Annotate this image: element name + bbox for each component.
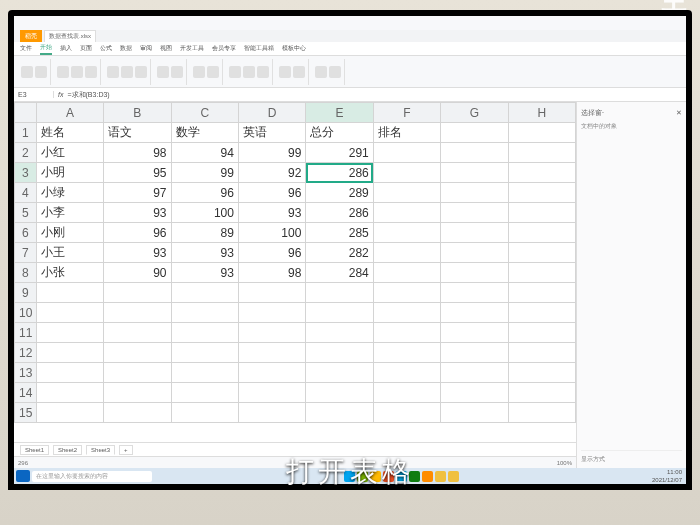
format-icon[interactable] bbox=[293, 66, 305, 78]
cell-B2[interactable]: 98 bbox=[104, 143, 171, 163]
cell-D3[interactable]: 92 bbox=[238, 163, 305, 183]
cell-A14[interactable] bbox=[36, 383, 103, 403]
ribbon-tab-review[interactable]: 审阅 bbox=[140, 44, 152, 53]
cell-G10[interactable] bbox=[441, 303, 508, 323]
cell-D11[interactable] bbox=[238, 323, 305, 343]
cell-D2[interactable]: 99 bbox=[238, 143, 305, 163]
cell-D7[interactable]: 96 bbox=[238, 243, 305, 263]
cell-G9[interactable] bbox=[441, 283, 508, 303]
cell-A15[interactable] bbox=[36, 403, 103, 423]
cell-H9[interactable] bbox=[508, 283, 575, 303]
ribbon-tab-formula[interactable]: 公式 bbox=[100, 44, 112, 53]
name-box[interactable]: E3 bbox=[14, 91, 54, 98]
cell-F7[interactable] bbox=[373, 243, 440, 263]
cell-B13[interactable] bbox=[104, 363, 171, 383]
cell-B1[interactable]: 语文 bbox=[104, 123, 171, 143]
sort-icon[interactable] bbox=[257, 66, 269, 78]
cell-G14[interactable] bbox=[441, 383, 508, 403]
row-header-15[interactable]: 15 bbox=[15, 403, 37, 423]
file-tab[interactable]: 稻壳 bbox=[20, 30, 42, 42]
cell-A11[interactable] bbox=[36, 323, 103, 343]
col-header-E[interactable]: E bbox=[306, 103, 373, 123]
row-header-9[interactable]: 9 bbox=[15, 283, 37, 303]
align-left-icon[interactable] bbox=[107, 66, 119, 78]
ribbon-tab-insert[interactable]: 插入 bbox=[60, 44, 72, 53]
cell-G4[interactable] bbox=[441, 183, 508, 203]
ribbon-tab-data[interactable]: 数据 bbox=[120, 44, 132, 53]
cell-B6[interactable]: 96 bbox=[104, 223, 171, 243]
col-header-D[interactable]: D bbox=[238, 103, 305, 123]
cell-B10[interactable] bbox=[104, 303, 171, 323]
row-header-11[interactable]: 11 bbox=[15, 323, 37, 343]
cell-C1[interactable]: 数学 bbox=[171, 123, 238, 143]
align-right-icon[interactable] bbox=[135, 66, 147, 78]
cell-E2[interactable]: 291 bbox=[306, 143, 373, 163]
cell-A9[interactable] bbox=[36, 283, 103, 303]
cell-A7[interactable]: 小王 bbox=[36, 243, 103, 263]
cell-A5[interactable]: 小李 bbox=[36, 203, 103, 223]
ribbon-tab-member[interactable]: 会员专享 bbox=[212, 44, 236, 53]
cell-G1[interactable] bbox=[441, 123, 508, 143]
cell-F9[interactable] bbox=[373, 283, 440, 303]
cell-C15[interactable] bbox=[171, 403, 238, 423]
cell-A2[interactable]: 小红 bbox=[36, 143, 103, 163]
cell-G6[interactable] bbox=[441, 223, 508, 243]
cell-F3[interactable] bbox=[373, 163, 440, 183]
cell-A3[interactable]: 小明 bbox=[36, 163, 103, 183]
cell-C14[interactable] bbox=[171, 383, 238, 403]
cell-F10[interactable] bbox=[373, 303, 440, 323]
row-header-8[interactable]: 8 bbox=[15, 263, 37, 283]
cell-E14[interactable] bbox=[306, 383, 373, 403]
cell-E6[interactable]: 285 bbox=[306, 223, 373, 243]
cell-E12[interactable] bbox=[306, 343, 373, 363]
cell-D9[interactable] bbox=[238, 283, 305, 303]
row-header-6[interactable]: 6 bbox=[15, 223, 37, 243]
cell-E3[interactable]: 286 bbox=[306, 163, 373, 183]
ribbon-tab-home[interactable]: 开始 bbox=[40, 43, 52, 55]
cell-H4[interactable] bbox=[508, 183, 575, 203]
cell-F6[interactable] bbox=[373, 223, 440, 243]
cell-A13[interactable] bbox=[36, 363, 103, 383]
cell-B8[interactable]: 90 bbox=[104, 263, 171, 283]
freeze-icon[interactable] bbox=[315, 66, 327, 78]
cell-B9[interactable] bbox=[104, 283, 171, 303]
cell-B11[interactable] bbox=[104, 323, 171, 343]
row-header-14[interactable]: 14 bbox=[15, 383, 37, 403]
cell-F14[interactable] bbox=[373, 383, 440, 403]
row-header-12[interactable]: 12 bbox=[15, 343, 37, 363]
cell-G8[interactable] bbox=[441, 263, 508, 283]
cell-E9[interactable] bbox=[306, 283, 373, 303]
cell-C3[interactable]: 99 bbox=[171, 163, 238, 183]
cell-A12[interactable] bbox=[36, 343, 103, 363]
col-header-G[interactable]: G bbox=[441, 103, 508, 123]
number-format-icon[interactable] bbox=[193, 66, 205, 78]
cell-E7[interactable]: 282 bbox=[306, 243, 373, 263]
cell-B7[interactable]: 93 bbox=[104, 243, 171, 263]
row-header-5[interactable]: 5 bbox=[15, 203, 37, 223]
cell-C10[interactable] bbox=[171, 303, 238, 323]
cell-B5[interactable]: 93 bbox=[104, 203, 171, 223]
cell-E4[interactable]: 289 bbox=[306, 183, 373, 203]
cell-H6[interactable] bbox=[508, 223, 575, 243]
cell-G7[interactable] bbox=[441, 243, 508, 263]
cell-E11[interactable] bbox=[306, 323, 373, 343]
cell-G3[interactable] bbox=[441, 163, 508, 183]
row-header-2[interactable]: 2 bbox=[15, 143, 37, 163]
cell-H10[interactable] bbox=[508, 303, 575, 323]
cell-G13[interactable] bbox=[441, 363, 508, 383]
row-header-4[interactable]: 4 bbox=[15, 183, 37, 203]
ribbon-tab-smart[interactable]: 智能工具箱 bbox=[244, 44, 274, 53]
cell-F12[interactable] bbox=[373, 343, 440, 363]
close-icon[interactable]: ✕ bbox=[676, 109, 682, 117]
cell-H14[interactable] bbox=[508, 383, 575, 403]
cell-H13[interactable] bbox=[508, 363, 575, 383]
cell-D14[interactable] bbox=[238, 383, 305, 403]
cell-F8[interactable] bbox=[373, 263, 440, 283]
filter-icon[interactable] bbox=[243, 66, 255, 78]
row-header-13[interactable]: 13 bbox=[15, 363, 37, 383]
cell-B14[interactable] bbox=[104, 383, 171, 403]
spreadsheet-grid[interactable]: ABCDEFGH1姓名语文数学英语总分排名2小红9894992913小明9599… bbox=[14, 102, 576, 442]
cell-D12[interactable] bbox=[238, 343, 305, 363]
cell-E8[interactable]: 284 bbox=[306, 263, 373, 283]
table-icon[interactable] bbox=[329, 66, 341, 78]
